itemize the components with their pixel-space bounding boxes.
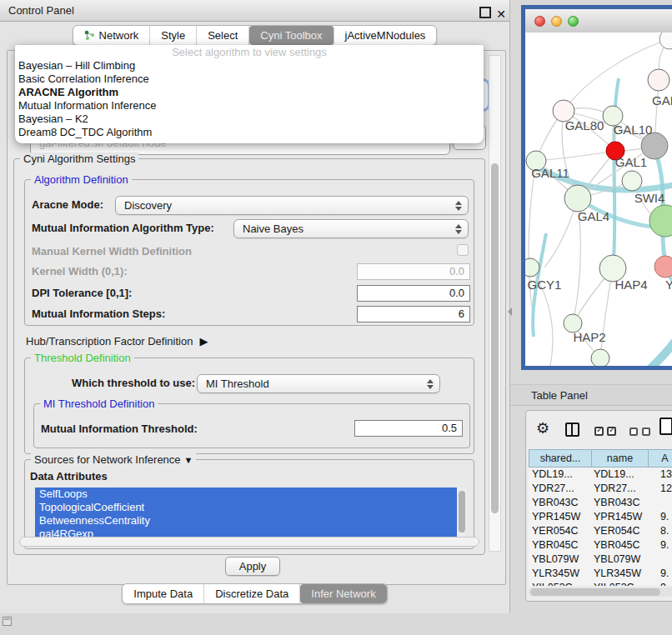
checked-box-icon[interactable] (607, 427, 616, 436)
dropdown-option[interactable]: Bayesian – K2 (15, 112, 484, 126)
combo-arrows-icon (454, 200, 462, 212)
node-label-hap4: HAP4 (614, 278, 647, 292)
attribute-item-selected[interactable]: TopologicalCoefficient (35, 501, 467, 514)
table-row[interactable]: YBR043CYBR043C (529, 496, 672, 510)
mi-threshold-field[interactable]: 0.5 (354, 420, 463, 437)
node-label-gal10: GAL10 (614, 122, 653, 137)
tab-network-label: Network (99, 26, 139, 45)
tab-jactivemnodules-label: jActiveMNodules (345, 26, 426, 45)
table-header-row: shared... name A (529, 449, 672, 468)
tab-select-label: Select (208, 26, 238, 45)
settings-vertical-scrollbar[interactable] (489, 55, 501, 552)
float-window-icon[interactable] (479, 7, 491, 18)
combo-arrows-icon (454, 223, 462, 235)
close-traffic-light-icon[interactable] (534, 16, 545, 27)
algorithm-definition-group: Algorithm Definition Aracne Mode: Discov… (24, 179, 474, 326)
unchecked-box-icon[interactable] (629, 428, 638, 436)
tab-impute-data[interactable]: Impute Data (123, 584, 204, 603)
which-threshold-label: Which threshold to use: (72, 377, 195, 389)
dropdown-option[interactable]: Bayesian – Hill Climbing (15, 59, 484, 72)
which-threshold-combobox[interactable]: MI Threshold (197, 374, 440, 393)
checked-box-icon[interactable] (594, 427, 604, 436)
zoom-traffic-light-icon[interactable] (568, 16, 579, 27)
mi-algorithm-type-combobox[interactable]: Naive Bayes (233, 219, 469, 238)
aracne-mode-combobox[interactable]: Discovery (115, 196, 469, 215)
manual-kernel-width-checkbox[interactable] (457, 244, 469, 256)
hub-definition-expander[interactable]: Hub/Transcription Factor Definition▶ (26, 335, 208, 348)
dropdown-prompt: Select algorithm to view settings (15, 45, 484, 59)
cell: YER054C (594, 524, 652, 538)
table-panel: ⚙ shared... name A YDL19...YDL19...13 YD… (525, 410, 672, 602)
attribute-item-selected[interactable]: SelfLoops (35, 488, 467, 501)
node-label-gal1: GAL1 (615, 155, 647, 169)
cyni-algorithm-settings-group: Cyni Algorithm Settings Algorithm Defini… (13, 158, 485, 555)
mi-algorithm-type-value: Naive Bayes (243, 222, 303, 235)
tab-jactivemnodules[interactable]: jActiveMNodules (334, 26, 437, 45)
dropdown-option[interactable]: Dream8 DC_TDC Algorithm (15, 126, 484, 139)
cell: YBR045C (532, 538, 592, 552)
threshold-definition-group: Threshold Definition Which threshold to … (24, 358, 474, 454)
close-icon[interactable]: ✕ (496, 3, 506, 25)
column-header-shared-name[interactable]: shared... (529, 449, 592, 468)
table-row[interactable]: YIL053CYIL053C9 (529, 581, 672, 586)
algorithm-dropdown-list: Select algorithm to view settings Bayesi… (15, 45, 484, 143)
tab-infer-network[interactable]: Infer Network (300, 584, 386, 603)
cell: YBR043C (594, 496, 652, 510)
tab-network[interactable]: Network (73, 26, 151, 45)
dropdown-option[interactable]: Mutual Information Inference (15, 99, 484, 112)
dpi-tolerance-field[interactable]: 0.0 (357, 285, 470, 302)
table-row[interactable]: YPR145WYPR145W9. (529, 510, 672, 524)
table-row[interactable]: YBL079WYBL079W (529, 552, 672, 567)
restore-panel-icon[interactable] (3, 617, 12, 626)
network-view-window: GAL GAL80 GAL10 GAL1 GAL11 SWI4 GAL4 GCY… (521, 5, 672, 370)
tab-discretize-data[interactable]: Discretize Data (204, 584, 300, 603)
dpi-tolerance-label: DPI Tolerance [0,1]: (32, 287, 132, 299)
unchecked-box-icon[interactable] (642, 428, 650, 436)
sources-group-title[interactable]: Sources for Network Inference▼ (31, 453, 196, 467)
dropdown-option-selected[interactable]: ARACNE Algorithm (15, 86, 484, 99)
kernel-width-field[interactable]: 0.0 (357, 263, 470, 280)
tab-cyni-toolbox[interactable]: Cyni Toolbox (249, 26, 333, 45)
settings-horizontal-scrollbar[interactable] (19, 537, 479, 547)
bottom-tabbar: Impute Data Discretize Data Infer Networ… (0, 583, 509, 604)
gear-icon[interactable]: ⚙ (536, 420, 549, 437)
column-header-name[interactable]: name (592, 449, 649, 468)
dropdown-option[interactable]: Basic Correlation Inference (15, 72, 484, 86)
settings-vertical-scrollbar-thumb[interactable] (491, 163, 499, 513)
cell: YBR045C (594, 538, 652, 552)
column-header-clipped[interactable]: A (649, 449, 672, 468)
table-row[interactable]: YDR27...YDR27...12 (529, 482, 672, 496)
mi-steps-field[interactable]: 6 (357, 306, 470, 322)
network-window-titlebar[interactable] (525, 9, 672, 33)
cell: YER054C (532, 524, 592, 538)
attributes-scrollbar[interactable] (457, 488, 467, 542)
page-icon[interactable] (659, 418, 672, 435)
table-row[interactable]: YBR045CYBR045C9. (529, 538, 672, 552)
cell: 9. (660, 510, 672, 524)
node-label-gal11: GAL11 (531, 166, 569, 180)
table-row[interactable]: YLR345WYLR345W9. (529, 567, 672, 581)
cell: 9. (660, 567, 672, 581)
network-canvas[interactable]: GAL GAL80 GAL10 GAL1 GAL11 SWI4 GAL4 GCY… (525, 32, 672, 366)
attributes-scrollbar-thumb[interactable] (459, 491, 465, 532)
cell: YBR043C (532, 496, 592, 510)
table-horizontal-scrollbar[interactable] (529, 588, 672, 597)
attribute-item-selected[interactable]: BetweennessCentrality (35, 514, 467, 528)
threshold-definition-title: Threshold Definition (31, 352, 134, 364)
splitter-collapse-icon[interactable] (508, 308, 512, 316)
tab-select[interactable]: Select (197, 26, 249, 45)
apply-button[interactable]: Apply (225, 557, 280, 576)
screen: Control Panel ✕ Network Style Sel (0, 0, 672, 635)
hub-definition-label: Hub/Transcription Factor Definition (26, 335, 193, 348)
expander-right-triangle-icon: ▶ (199, 335, 208, 348)
columns-icon[interactable] (565, 422, 579, 437)
collapse-down-triangle-icon: ▼ (184, 454, 193, 467)
mi-threshold-group-title: MI Threshold Definition (40, 398, 158, 410)
tab-style[interactable]: Style (150, 26, 197, 45)
table-row[interactable]: YDL19...YDL19...13 (529, 468, 672, 482)
cell: YLR345W (532, 567, 592, 581)
minimize-traffic-light-icon[interactable] (551, 16, 562, 27)
table-horizontal-scrollbar-thumb[interactable] (530, 588, 660, 596)
table-row[interactable]: YER054CYER054C8. (529, 524, 672, 538)
cyni-settings-group-title: Cyni Algorithm Settings (20, 152, 138, 165)
